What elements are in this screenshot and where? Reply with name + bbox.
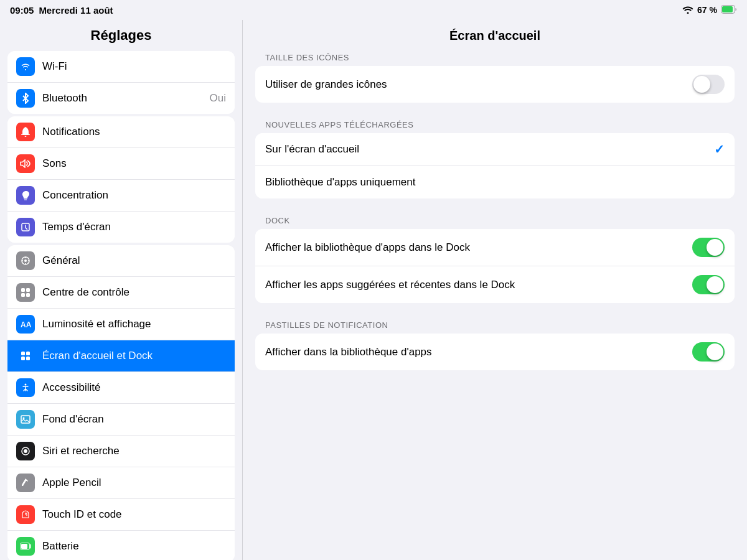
sidebar-item-ecran[interactable]: Écran d'accueil et Dock	[7, 340, 235, 372]
svg-rect-6	[26, 288, 30, 292]
concentration-icon	[16, 186, 35, 205]
ecran-label: Écran d'accueil et Dock	[42, 350, 226, 362]
sidebar-item-wifi[interactable]: Wi-Fi	[7, 51, 235, 83]
sidebar-item-siri[interactable]: Siri et recherche	[7, 436, 235, 467]
sidebar-item-general[interactable]: Général	[7, 245, 235, 277]
sons-label: Sons	[42, 157, 226, 170]
sidebar-group-2: GénéralCentre de contrôleAALuminosité et…	[7, 245, 235, 560]
fond-icon	[16, 410, 35, 429]
sidebar-item-sons[interactable]: Sons	[7, 148, 235, 180]
sidebar-item-pencil[interactable]: Apple Pencil	[7, 467, 235, 499]
toggle-grandes-icones[interactable]	[692, 75, 725, 94]
sidebar-item-bluetooth[interactable]: BluetoothOui	[7, 83, 235, 114]
svg-rect-7	[21, 293, 25, 297]
centre-icon	[16, 283, 35, 302]
temps-icon	[16, 218, 35, 236]
svg-rect-10	[21, 352, 25, 355]
section-dock: DOCKAfficher la bibliothèque d'apps dans…	[255, 216, 735, 303]
notifications-label: Notifications	[42, 126, 226, 138]
sons-icon	[16, 154, 35, 173]
sidebar-item-notifications[interactable]: Notifications	[7, 116, 235, 148]
toggle-knob-grandes-icones	[693, 76, 710, 93]
main-layout: Réglages Wi-FiBluetoothOuiNotificationsS…	[0, 20, 747, 560]
wifi-icon	[16, 57, 35, 76]
setting-label-ecran-accueil: Sur l'écran d'accueil	[265, 143, 714, 156]
content-title: Écran d'accueil	[255, 20, 735, 53]
sidebar-group-1: NotificationsSonsConcentrationTemps d'éc…	[7, 116, 235, 243]
status-date: Mercredi 11 août	[39, 5, 113, 16]
general-label: Général	[42, 254, 226, 267]
svg-point-16	[23, 418, 25, 419]
concentration-label: Concentration	[42, 189, 226, 202]
general-icon	[16, 251, 35, 270]
sidebar: Réglages Wi-FiBluetoothOuiNotificationsS…	[0, 20, 243, 560]
svg-point-4	[24, 259, 27, 262]
toggle-knob-afficher-suggerees-dock	[707, 276, 723, 293]
section-label-pastilles: PASTILLES DE NOTIFICATION	[255, 320, 735, 330]
section-pastilles: PASTILLES DE NOTIFICATIONAfficher dans l…	[255, 320, 735, 370]
svg-rect-13	[26, 357, 30, 360]
svg-rect-15	[21, 416, 30, 423]
luminosite-icon: AA	[16, 315, 35, 334]
content-area: Écran d'accueil TAILLE DES ICÔNESUtilise…	[243, 20, 747, 560]
sidebar-item-batterie[interactable]: Batterie	[7, 531, 235, 560]
pencil-icon	[16, 474, 35, 492]
section-taille: TAILLE DES ICÔNESUtiliser de grandes icô…	[255, 53, 735, 103]
siri-icon	[16, 442, 35, 460]
setting-label-grandes-icones: Utiliser de grandes icônes	[265, 78, 692, 91]
setting-label-afficher-biblio-apps: Afficher dans la bibliothèque d'apps	[265, 346, 692, 358]
setting-label-bibliotheque-only: Bibliothèque d'apps uniquement	[265, 176, 725, 189]
section-label-dock: DOCK	[255, 216, 735, 225]
ecran-icon	[16, 347, 35, 365]
notifications-icon	[16, 123, 35, 141]
sidebar-group-0: Wi-FiBluetoothOui	[7, 51, 235, 114]
accessibilite-label: Accessibilité	[42, 381, 226, 394]
setting-label-afficher-suggerees-dock: Afficher les apps suggérées et récentes …	[265, 279, 692, 291]
checkmark-ecran-accueil: ✓	[714, 142, 725, 157]
centre-label: Centre de contrôle	[42, 286, 226, 299]
toggle-afficher-suggerees-dock[interactable]	[692, 275, 725, 294]
toggle-afficher-biblio-apps[interactable]	[692, 342, 725, 362]
content-sections: TAILLE DES ICÔNESUtiliser de grandes icô…	[255, 53, 735, 370]
svg-point-19	[25, 513, 26, 515]
wifi-icon	[682, 5, 693, 16]
svg-rect-21	[21, 544, 27, 549]
setting-row-bibliotheque-only[interactable]: Bibliothèque d'apps uniquement	[255, 166, 735, 198]
svg-text:AA: AA	[21, 320, 31, 329]
temps-label: Temps d'écran	[42, 221, 226, 233]
luminosite-label: Luminosité et affichage	[42, 318, 226, 330]
status-right: 67 %	[682, 5, 737, 16]
sidebar-title: Réglages	[0, 20, 242, 49]
status-left: 09:05 Mercredi 11 août	[10, 5, 113, 16]
section-group-taille: Utiliser de grandes icônes	[255, 66, 735, 103]
svg-rect-8	[26, 293, 30, 297]
sidebar-item-luminosite[interactable]: AALuminosité et affichage	[7, 309, 235, 340]
batterie-label: Batterie	[42, 540, 226, 553]
sidebar-items-container: Wi-FiBluetoothOuiNotificationsSonsConcen…	[0, 49, 242, 560]
pencil-label: Apple Pencil	[42, 477, 226, 489]
toggle-afficher-biblio-dock[interactable]	[692, 238, 725, 257]
svg-rect-1	[722, 6, 733, 12]
svg-point-18	[24, 449, 27, 453]
sidebar-item-accessibilite[interactable]: Accessibilité	[7, 372, 235, 404]
siri-label: Siri et recherche	[42, 445, 226, 457]
sidebar-item-temps[interactable]: Temps d'écran	[7, 212, 235, 243]
section-group-nouvelles-apps: Sur l'écran d'accueil✓Bibliothèque d'app…	[255, 133, 735, 198]
sidebar-item-centre[interactable]: Centre de contrôle	[7, 277, 235, 309]
svg-rect-5	[21, 288, 25, 292]
setting-row-afficher-suggerees-dock[interactable]: Afficher les apps suggérées et récentes …	[255, 266, 735, 303]
setting-row-afficher-biblio-dock[interactable]: Afficher la bibliothèque d'apps dans le …	[255, 229, 735, 266]
sidebar-item-concentration[interactable]: Concentration	[7, 180, 235, 212]
section-group-dock: Afficher la bibliothèque d'apps dans le …	[255, 229, 735, 303]
wifi-label: Wi-Fi	[42, 60, 226, 73]
section-group-pastilles: Afficher dans la bibliothèque d'apps	[255, 334, 735, 370]
setting-row-afficher-biblio-apps[interactable]: Afficher dans la bibliothèque d'apps	[255, 334, 735, 370]
setting-row-ecran-accueil[interactable]: Sur l'écran d'accueil✓	[255, 133, 735, 166]
sidebar-item-touchid[interactable]: Touch ID et code	[7, 499, 235, 531]
section-label-taille: TAILLE DES ICÔNES	[255, 53, 735, 62]
section-label-nouvelles-apps: NOUVELLES APPS TÉLÉCHARGÉES	[255, 120, 735, 129]
setting-row-grandes-icones[interactable]: Utiliser de grandes icônes	[255, 66, 735, 103]
batterie-icon	[16, 537, 35, 556]
sidebar-item-fond[interactable]: Fond d'écran	[7, 404, 235, 436]
bluetooth-value: Oui	[210, 92, 226, 105]
